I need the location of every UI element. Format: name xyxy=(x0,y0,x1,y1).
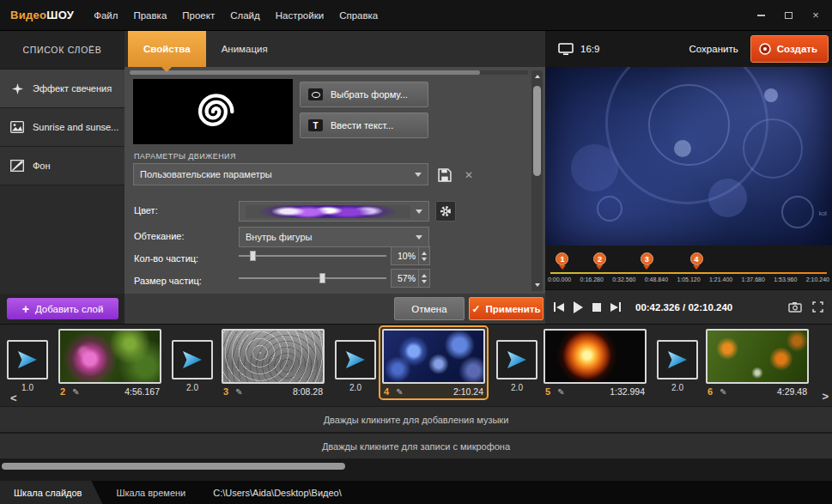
keyframe-marker[interactable]: 4 xyxy=(690,252,703,265)
music-track[interactable]: Дважды кликните для добавления музыки xyxy=(0,406,832,433)
pencil-icon[interactable]: ✎ xyxy=(235,387,242,397)
microphone-track[interactable]: Дважды кликните для записи с микрофона xyxy=(0,433,832,459)
video-preview[interactable]: kot xyxy=(545,67,832,246)
particles-count-spinner[interactable]: 10% xyxy=(391,246,430,265)
enter-text-label: Ввести текст... xyxy=(331,120,393,131)
apply-button[interactable]: ✓ Применить xyxy=(469,297,544,320)
enter-text-button[interactable]: T Ввести текст... xyxy=(300,112,428,138)
horizontal-scrollbar-thumb[interactable] xyxy=(130,70,480,75)
transition-thumbnail[interactable] xyxy=(7,340,48,380)
preset-dropdown[interactable]: Пользовательские параметры xyxy=(133,163,428,185)
transition-thumbnail[interactable] xyxy=(657,340,698,380)
color-dropdown[interactable] xyxy=(239,201,429,222)
pencil-icon[interactable]: ✎ xyxy=(396,387,403,397)
scroll-up-icon[interactable] xyxy=(535,75,540,78)
menu-slide[interactable]: Слайд xyxy=(222,6,268,25)
menu-edit[interactable]: Правка xyxy=(125,6,174,25)
scroll-left-arrow[interactable]: < xyxy=(10,392,17,404)
particles-size-spinner[interactable]: 57% xyxy=(391,269,430,288)
horizontal-scrollbar[interactable] xyxy=(130,70,528,75)
transition-cell[interactable]: 2.0 xyxy=(335,329,376,392)
slide-number: 2 xyxy=(60,386,65,397)
snapshot-camera-icon[interactable] xyxy=(788,301,802,313)
play-button[interactable] xyxy=(574,301,583,313)
add-layer-button[interactable]: + Добавить слой xyxy=(7,298,118,319)
slide-cell-5[interactable]: 5 ✎ 1:32.994 xyxy=(544,329,647,397)
timeline-scrollbar-thumb[interactable] xyxy=(2,463,345,470)
scroll-right-arrow[interactable]: > xyxy=(822,390,829,403)
transition-cell[interactable]: 2.0 xyxy=(172,329,213,392)
layers-panel: СПИСОК СЛОЁВ Эффект свечения Sunrise and… xyxy=(0,31,124,294)
color-settings-button[interactable] xyxy=(435,201,456,222)
menu-help[interactable]: Справка xyxy=(331,6,386,25)
pencil-icon[interactable]: ✎ xyxy=(72,387,79,397)
slider-handle[interactable] xyxy=(319,273,325,283)
transition-thumbnail[interactable] xyxy=(496,340,537,380)
clear-preset-button[interactable]: ✕ xyxy=(461,167,477,184)
menu-project[interactable]: Проект xyxy=(174,6,222,25)
vertical-scrollbar-thumb[interactable] xyxy=(533,86,541,176)
monitor-icon xyxy=(558,43,574,56)
wrap-dropdown[interactable]: Внутрь фигуры xyxy=(239,227,429,247)
spinner-arrows[interactable] xyxy=(418,247,429,264)
maximize-button[interactable] xyxy=(782,9,794,21)
layer-item-sunrise[interactable]: Sunrise and sunse... xyxy=(0,108,124,147)
particles-count-slider[interactable] xyxy=(239,250,386,262)
vertical-scrollbar[interactable] xyxy=(531,70,543,291)
slider-handle[interactable] xyxy=(250,251,256,261)
spin-down-icon[interactable] xyxy=(422,280,427,283)
keyframe-marker[interactable]: 1 xyxy=(556,252,568,265)
videoshow-window: ВидеоШОУ Файл Правка Проект Слайд Настро… xyxy=(0,0,832,504)
particles-count-value: 10% xyxy=(392,247,418,264)
stop-button[interactable] xyxy=(592,303,601,312)
spin-up-icon[interactable] xyxy=(422,274,427,277)
slide-thumbnail[interactable] xyxy=(706,329,809,384)
save-project-button[interactable]: Сохранить xyxy=(689,44,738,54)
particles-size-value: 57% xyxy=(392,270,418,287)
menu-file[interactable]: Файл xyxy=(86,6,125,25)
timeline-scrollbar[interactable] xyxy=(0,459,832,481)
scroll-down-icon[interactable] xyxy=(535,283,540,287)
choose-shape-label: Выбрать форму... xyxy=(331,89,408,100)
transition-cell[interactable]: 1.0 xyxy=(7,329,48,392)
slide-thumbnail[interactable] xyxy=(544,329,647,384)
slide-thumbnail[interactable] xyxy=(58,329,161,384)
slider-track xyxy=(239,277,386,279)
slide-thumbnail[interactable] xyxy=(222,329,325,384)
transition-cell[interactable]: 2.0 xyxy=(657,329,698,392)
pencil-icon[interactable]: ✎ xyxy=(720,387,726,397)
menu-settings[interactable]: Настройки xyxy=(268,6,331,25)
transition-thumbnail[interactable] xyxy=(172,340,213,380)
layer-item-background[interactable]: Фон xyxy=(0,147,124,185)
layer-item-glow-effect[interactable]: Эффект свечения xyxy=(0,70,124,108)
prev-frame-button[interactable] xyxy=(554,302,564,312)
slide-cell-4-selected[interactable]: 4 ✎ 2:10.24 xyxy=(379,325,489,400)
spin-up-icon[interactable] xyxy=(422,252,427,255)
transition-cell[interactable]: 2.0 xyxy=(496,329,537,392)
spin-down-icon[interactable] xyxy=(422,258,427,261)
slide-cell-2[interactable]: 2 ✎ 4:56.167 xyxy=(58,329,161,397)
spinner-arrows[interactable] xyxy=(418,270,429,287)
next-frame-button[interactable] xyxy=(610,302,621,312)
slide-cell-3[interactable]: 3 ✎ 8:08.28 xyxy=(222,329,325,397)
close-button[interactable]: × xyxy=(810,9,822,21)
pencil-icon[interactable]: ✎ xyxy=(557,387,564,397)
save-preset-button[interactable] xyxy=(435,166,454,185)
tab-properties[interactable]: Свойства xyxy=(128,31,206,67)
slide-thumbnail[interactable] xyxy=(382,329,485,384)
transition-thumbnail[interactable] xyxy=(335,340,376,380)
create-video-button[interactable]: Создать xyxy=(750,35,829,63)
choose-shape-button[interactable]: Выбрать форму... xyxy=(300,82,428,107)
tick-label: 2:10.240 xyxy=(806,276,829,282)
keyframe-marker[interactable]: 2 xyxy=(593,252,606,265)
minimize-button[interactable] xyxy=(755,9,767,21)
tab-time-scale[interactable]: Шкала времени xyxy=(102,481,199,504)
keyframe-track[interactable]: 1 2 3 4 xyxy=(550,246,827,272)
slide-cell-6[interactable]: 6 ✎ 4:29.48 xyxy=(706,329,809,397)
cancel-button[interactable]: Отмена xyxy=(394,297,465,320)
tab-animation[interactable]: Анимация xyxy=(206,31,283,67)
tab-slide-scale[interactable]: Шкала слайдов xyxy=(0,481,102,504)
keyframe-marker[interactable]: 3 xyxy=(641,252,653,265)
fullscreen-icon[interactable] xyxy=(812,301,823,313)
particles-size-slider[interactable] xyxy=(239,272,386,284)
